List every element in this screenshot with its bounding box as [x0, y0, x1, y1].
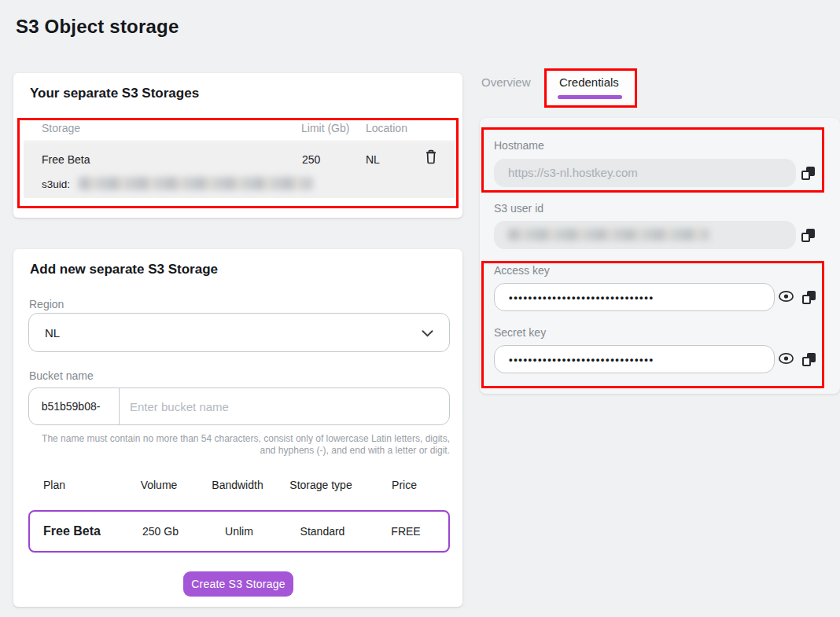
chevron-down-icon — [422, 330, 433, 337]
secret-key-label: Secret key — [494, 326, 546, 339]
column-header-limit: Limit (Gb) — [301, 122, 349, 134]
bucket-name-label: Bucket name — [29, 369, 94, 382]
copy-icon — [802, 353, 816, 366]
copy-user-id-button[interactable] — [799, 226, 816, 244]
add-storage-card-title: Add new separate S3 Storage — [30, 262, 218, 277]
eye-icon — [778, 290, 794, 303]
delete-storage-button[interactable] — [421, 148, 441, 168]
region-label: Region — [29, 298, 64, 310]
access-key-label: Access key — [494, 264, 550, 277]
copy-access-key-button[interactable] — [800, 288, 817, 306]
copy-icon — [801, 167, 815, 180]
storage-location: NL — [366, 153, 380, 166]
bucket-hint-line2: and hyphens (-), and end with a letter o… — [33, 445, 450, 457]
secret-key-field[interactable]: •••••••••••••••••••••••••••••• — [494, 345, 775, 373]
eye-icon — [778, 352, 794, 365]
access-key-field[interactable]: •••••••••••••••••••••••••••••• — [494, 283, 775, 311]
table-header-divider — [24, 141, 455, 141]
access-key-masked-value: •••••••••••••••••••••••••••••• — [509, 284, 654, 312]
bucket-prefix: b51b59b08- — [37, 400, 105, 413]
tab-overview[interactable]: Overview — [481, 75, 531, 89]
trash-icon — [423, 149, 439, 165]
column-header-storage: Storage — [42, 122, 80, 134]
plan-table-header: Plan Volume Bandwidth Storage type Price — [28, 476, 450, 494]
bucket-name-field: b51b59b08- — [28, 387, 450, 425]
bucket-name-hint: The name must contain no more than 54 ch… — [33, 433, 450, 457]
s3-user-id-value-blurred — [508, 229, 709, 241]
plan-row-free-beta[interactable]: Free Beta 250 Gb Unlim Standard FREE — [28, 510, 450, 553]
plan-storage-type: Standard — [285, 525, 360, 538]
plan-header-volume: Volume — [126, 479, 192, 491]
storage-name: Free Beta — [42, 153, 90, 166]
s3-user-id-field[interactable] — [494, 221, 796, 249]
copy-icon — [802, 291, 816, 304]
region-select[interactable]: NL — [28, 313, 450, 352]
show-access-key-button[interactable] — [777, 288, 794, 306]
s3uid-label: s3uid: — [42, 178, 70, 190]
plan-volume: 250 Gb — [127, 525, 193, 538]
storages-card: Your separate S3 Storages Storage Limit … — [13, 73, 462, 218]
bucket-hint-line1: The name must contain no more than 54 ch… — [33, 433, 450, 445]
hostname-label: Hostname — [494, 139, 544, 152]
add-storage-card: Add new separate S3 Storage Region NL Bu… — [13, 249, 462, 607]
plan-header-bandwidth: Bandwidth — [192, 479, 283, 491]
credentials-panel: Hostname https://s3-nl.hostkey.com S3 us… — [480, 118, 840, 394]
plan-header-storage-type: Storage type — [283, 479, 359, 491]
plan-name: Free Beta — [30, 524, 127, 538]
bucket-name-input[interactable] — [130, 389, 440, 424]
plan-bandwidth: Unlim — [193, 525, 285, 538]
active-tab-underline — [558, 95, 622, 99]
s3uid-value-blurred — [79, 177, 313, 190]
s3-user-id-label: S3 user id — [494, 202, 543, 215]
tab-credentials[interactable]: Credentials — [559, 75, 619, 89]
plan-header-plan: Plan — [28, 479, 126, 491]
hostname-field[interactable]: https://s3-nl.hostkey.com — [494, 159, 796, 187]
region-selected-value: NL — [45, 326, 60, 340]
storages-card-title: Your separate S3 Storages — [30, 86, 199, 101]
secret-key-masked-value: •••••••••••••••••••••••••••••• — [509, 346, 654, 374]
create-s3-storage-button[interactable]: Create S3 Storage — [183, 571, 293, 597]
hostname-value: https://s3-nl.hostkey.com — [508, 159, 638, 187]
bucket-prefix-divider — [119, 388, 120, 424]
copy-icon — [801, 229, 815, 242]
plan-price: FREE — [360, 525, 451, 538]
page-title: S3 Object storage — [16, 16, 179, 38]
storage-limit: 250 — [302, 153, 320, 166]
table-row: Free Beta 250 NL s3uid: — [24, 142, 455, 198]
column-header-location: Location — [366, 122, 407, 134]
copy-secret-key-button[interactable] — [800, 351, 817, 368]
show-secret-key-button[interactable] — [777, 351, 794, 368]
copy-hostname-button[interactable] — [799, 164, 816, 182]
plan-header-price: Price — [359, 479, 450, 491]
